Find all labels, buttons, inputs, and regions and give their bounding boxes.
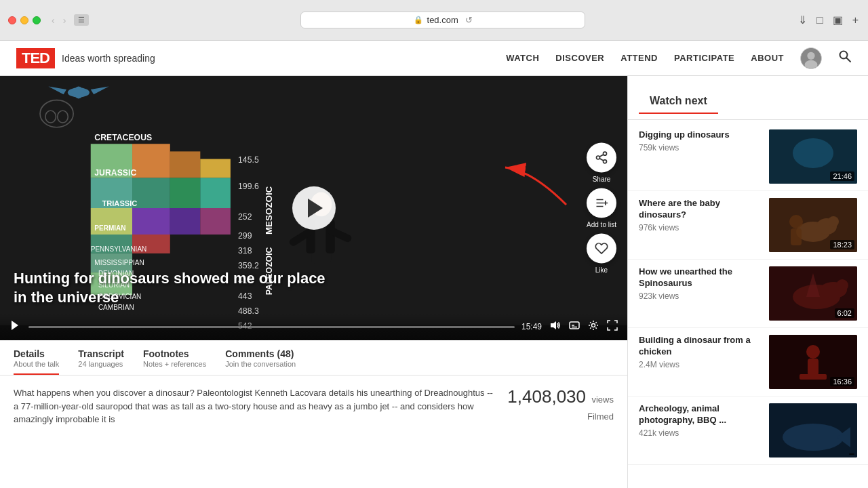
svg-point-61 <box>604 160 607 163</box>
ted-logo-text: TED <box>16 48 55 68</box>
float-actions: Share Add to list <box>587 143 616 274</box>
address-bar[interactable]: 🔒 ted.com ↺ <box>300 12 585 28</box>
reload-icon: ↺ <box>465 15 473 25</box>
tab-details-subtitle: About the talk <box>14 360 59 368</box>
svg-rect-19 <box>200 159 231 178</box>
svg-rect-13 <box>132 178 170 208</box>
watch-next-views-4: 2.4M views <box>639 360 762 369</box>
watch-next-views-2: 976k views <box>639 223 762 232</box>
svg-point-84 <box>828 216 839 227</box>
watch-next-duration-1: 21:46 <box>830 171 854 181</box>
watch-next-duration-2: 18:23 <box>830 240 854 249</box>
search-icon[interactable] <box>838 49 852 66</box>
description-section: What happens when you discover a dinosau… <box>0 375 627 437</box>
svg-rect-78 <box>803 160 823 167</box>
tab-comments-subtitle: Join the conversation <box>225 360 296 368</box>
svg-rect-18 <box>170 208 201 235</box>
svg-point-60 <box>597 156 600 159</box>
download-icon[interactable]: ⇓ <box>797 12 808 28</box>
watch-next-views-3: 923k views <box>639 291 762 301</box>
close-button[interactable] <box>8 16 16 24</box>
tab-details[interactable]: Details About the talk <box>14 340 59 375</box>
video-section: CRETACEOUS JURASSIC TRIASSIC PERMIAN PEN… <box>0 76 627 488</box>
lock-icon: 🔒 <box>414 16 423 24</box>
svg-point-75 <box>592 324 595 327</box>
fullscreen-button[interactable] <box>606 319 619 335</box>
nav-discover[interactable]: DISCOVER <box>555 53 604 63</box>
watch-next-item-5[interactable]: Archeology, animal photography, BBQ ... … <box>628 396 868 465</box>
watch-next-item-4[interactable]: Building a dinosaur from a chicken 2.4M … <box>628 328 868 396</box>
svg-marker-71 <box>551 321 556 329</box>
minimize-button[interactable] <box>20 16 28 24</box>
svg-line-63 <box>599 155 604 157</box>
svg-text:252: 252 <box>238 212 252 222</box>
ted-website: TED Ideas worth spreading WATCH DISCOVER… <box>0 41 868 488</box>
time-display: 15:49 <box>521 322 542 331</box>
tab-comments[interactable]: Comments (48) Join the conversation <box>225 340 296 375</box>
svg-rect-95 <box>800 374 827 380</box>
tab-transcript[interactable]: Transcript 24 languages <box>78 340 124 375</box>
share-label: Share <box>593 176 611 183</box>
watch-next-title-4: Building a dinosaur from a chicken <box>639 335 762 358</box>
like-button[interactable] <box>587 234 616 264</box>
svg-text:299: 299 <box>238 231 252 241</box>
reader-button[interactable]: ☰ <box>74 14 89 26</box>
maximize-button[interactable] <box>33 16 41 24</box>
watch-next-item-1[interactable]: Digging up dinosaurs 759k views <box>628 123 868 191</box>
video-player: CRETACEOUS JURASSIC TRIASSIC PERMIAN PEN… <box>0 76 627 340</box>
svg-rect-86 <box>791 228 802 245</box>
watch-next-item-2[interactable]: Where are the baby dinosaurs? 976k views <box>628 191 868 260</box>
add-to-list-button[interactable] <box>587 188 616 218</box>
url-text: ted.com <box>427 15 458 25</box>
back-button[interactable]: ‹ <box>49 14 58 27</box>
watch-next-views-1: 759k views <box>639 143 762 152</box>
user-avatar[interactable] <box>800 47 822 69</box>
tabs-section: Details About the talk Transcript 24 lan… <box>0 340 627 375</box>
fullscreen-icon[interactable]: ▣ <box>831 12 844 28</box>
svg-point-79 <box>797 143 808 154</box>
forward-button[interactable]: › <box>60 14 69 27</box>
captions-button[interactable] <box>568 319 581 335</box>
svg-rect-17 <box>170 178 201 208</box>
view-count-box: 1,408,030 views Filmed <box>507 386 614 426</box>
svg-point-85 <box>789 215 803 228</box>
watch-next-header-wrap: Watch next <box>628 76 868 120</box>
video-controls: 15:49 <box>0 313 627 340</box>
svg-rect-12 <box>132 144 170 178</box>
ted-logo[interactable]: TED Ideas worth spreading <box>16 48 155 68</box>
play-button[interactable] <box>292 186 336 230</box>
svg-point-47 <box>74 87 83 99</box>
site-header: TED Ideas worth spreading WATCH DISCOVER… <box>0 41 868 76</box>
nav-watch[interactable]: WATCH <box>506 53 539 63</box>
svg-text:JURASSIC: JURASSIC <box>94 168 136 178</box>
watch-next-info-5: Archeology, animal photography, BBQ ... … <box>639 403 762 458</box>
nav-attend[interactable]: ATTEND <box>620 53 658 63</box>
svg-rect-14 <box>132 208 170 235</box>
add-to-list-label: Add to list <box>587 221 616 228</box>
tab-footnotes[interactable]: Footnotes Notes + references <box>143 340 206 375</box>
tab-transcript-subtitle: 24 languages <box>78 360 124 368</box>
play-pause-button[interactable] <box>8 319 22 335</box>
svg-text:TRIASSIC: TRIASSIC <box>102 199 137 207</box>
svg-point-97 <box>783 424 844 451</box>
watch-next-thumb-5 <box>769 403 857 458</box>
tab-details-title: Details <box>14 348 59 359</box>
svg-line-4 <box>847 58 851 62</box>
nav-about[interactable]: ABOUT <box>751 53 784 63</box>
description-text: What happens when you discover a dinosau… <box>14 386 494 426</box>
svg-rect-16 <box>170 151 201 178</box>
share-button[interactable] <box>587 143 616 173</box>
share-icon[interactable]: □ <box>815 13 825 28</box>
watch-next-thumb-1: 21:46 <box>769 129 857 184</box>
volume-button[interactable] <box>549 319 562 335</box>
settings-button[interactable] <box>587 319 600 335</box>
watch-next-item-3[interactable]: How we unearthed the Spinosaurus 923k vi… <box>628 260 868 328</box>
nav-participate[interactable]: PARTICIPATE <box>674 53 734 63</box>
watch-next-duration-4: 16:36 <box>830 377 854 386</box>
progress-bar[interactable] <box>28 326 515 328</box>
play-triangle-icon <box>308 199 323 218</box>
svg-point-59 <box>604 152 607 155</box>
new-tab-icon[interactable]: + <box>851 13 860 28</box>
watch-next-title-5: Archeology, animal photography, BBQ ... <box>639 403 762 426</box>
like-button-group: Like <box>587 234 616 274</box>
